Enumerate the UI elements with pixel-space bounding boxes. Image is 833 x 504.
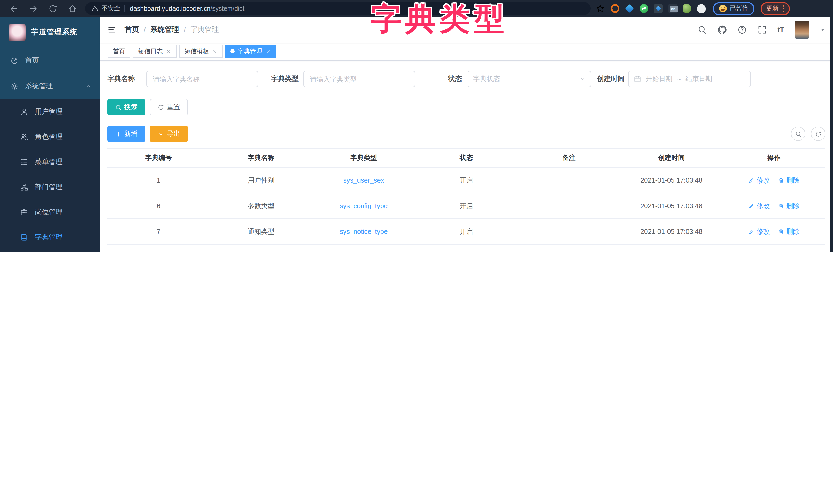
edit-icon (748, 177, 755, 183)
menu-list-icon (20, 158, 28, 166)
extension-paused-badge[interactable]: 已暂停 (713, 2, 755, 15)
refresh-table-button[interactable] (811, 127, 825, 141)
avatar[interactable] (795, 21, 809, 39)
breadcrumb-item[interactable]: 首页 (125, 25, 139, 34)
sidebar-item-post[interactable]: 岗位管理 (0, 199, 100, 225)
page-content: 字典名称 字典类型 状态 字典状态 创建时间 开始日期 ~ 结束日期 (100, 60, 833, 252)
reload-icon[interactable] (48, 4, 57, 13)
ext-gem-icon[interactable] (625, 4, 634, 13)
cell-type: sys_user_sex (312, 168, 415, 193)
tag-短信模板[interactable]: 短信模板 (179, 45, 223, 58)
tag-字典管理[interactable]: 字典管理 (225, 45, 276, 58)
github-icon[interactable] (717, 25, 727, 34)
date-range-picker[interactable]: 开始日期 ~ 结束日期 (628, 71, 751, 87)
ext-leaf-icon[interactable] (683, 4, 691, 13)
delete-link[interactable]: 删除 (778, 201, 800, 210)
kebab-menu-icon[interactable] (783, 5, 784, 12)
add-button[interactable]: 新增 (107, 126, 145, 142)
dict-type-link[interactable]: sys_config_type (340, 202, 387, 210)
edit-link[interactable]: 修改 (748, 201, 770, 210)
home-icon[interactable] (68, 4, 77, 13)
search-icon (115, 104, 122, 110)
hamburger-icon[interactable] (107, 25, 117, 34)
breadcrumb: 首页/系统管理/字典管理 (125, 25, 219, 34)
sidebar: 芋道管理系统 首页系统管理 用户管理角色管理菜单管理部门管理岗位管理字典管理通知… (0, 17, 100, 252)
forward-icon[interactable] (29, 4, 38, 13)
delete-link-label: 删除 (786, 227, 800, 236)
toggle-search-button[interactable] (791, 127, 805, 141)
address-bar[interactable]: 不安全 dashboard.yudao.iocoder.cn/system/di… (85, 2, 591, 15)
app-logo[interactable]: 芋道管理系统 (0, 17, 100, 48)
delete-link[interactable]: 删除 (778, 176, 800, 185)
browser-update-button[interactable]: 更新 (761, 2, 790, 15)
dict-type-link[interactable]: sys_user_sex (343, 176, 384, 184)
ext-green-icon[interactable] (640, 4, 648, 13)
sidebar-item-system[interactable]: 系统管理 (0, 73, 100, 99)
table-row: 7通知类型sys_notice_type开启2021-01-05 17:03:4… (107, 219, 825, 244)
column-header: 创建时间 (620, 148, 723, 168)
extension-on-badge: on (670, 6, 678, 8)
export-button[interactable]: 导出 (150, 126, 188, 142)
close-icon[interactable] (264, 47, 272, 55)
sidebar-item-menu[interactable]: 菜单管理 (0, 149, 100, 174)
sidebar-item-dict[interactable]: 字典管理 (0, 225, 100, 250)
extensions-row: on (611, 4, 706, 13)
sidebar-item-label: 系统管理 (25, 81, 53, 91)
ext-ghost-icon[interactable] (697, 4, 706, 13)
dict-table: 字典编号字典名称字典类型状态备注创建时间操作 1用户性别sys_user_sex… (107, 148, 825, 252)
tag-label: 短信模板 (184, 47, 209, 56)
browser-toolbar: 不安全 dashboard.yudao.iocoder.cn/system/di… (0, 0, 833, 17)
navbar-actions: tT (697, 21, 826, 39)
sidebar-item-dept[interactable]: 部门管理 (0, 174, 100, 199)
dict-type-link[interactable]: sys_notice_type (340, 228, 387, 235)
fullscreen-icon[interactable] (758, 25, 767, 34)
caret-down-icon[interactable] (820, 27, 826, 33)
browser-window: 不安全 dashboard.yudao.iocoder.cn/system/di… (0, 0, 833, 252)
screen-right-edge (830, 0, 833, 252)
ext-ring-icon[interactable] (611, 4, 619, 13)
dict-type-label: 字典类型 (271, 74, 299, 83)
refresh-icon (158, 104, 164, 110)
ext-tile-icon[interactable] (654, 4, 663, 13)
search-button[interactable]: 搜索 (107, 99, 145, 116)
close-icon[interactable] (165, 47, 172, 55)
delete-link-label: 删除 (786, 201, 800, 210)
back-icon[interactable] (9, 4, 19, 13)
column-header: 字典编号 (107, 148, 210, 168)
dict-type-input[interactable] (303, 71, 415, 87)
help-icon[interactable] (738, 25, 747, 34)
dict-name-input[interactable] (146, 71, 258, 87)
sidebar-item-notice[interactable]: 通知公告 (0, 250, 100, 252)
sidebar-item-role[interactable]: 角色管理 (0, 124, 100, 149)
breadcrumb-item: 字典管理 (190, 25, 219, 34)
ext-on-icon[interactable]: on (668, 4, 677, 13)
cell-name: 通知状态 (210, 244, 313, 252)
cell-id: 7 (107, 219, 210, 244)
close-icon[interactable] (211, 47, 219, 55)
bookmark-star-icon[interactable] (596, 4, 604, 13)
edit-link[interactable]: 修改 (748, 176, 770, 185)
delete-link[interactable]: 删除 (778, 227, 800, 236)
tag-label: 短信日志 (138, 47, 163, 56)
cell-created: 2021-01-05 17:03:48 (620, 244, 723, 252)
edit-link[interactable]: 修改 (748, 227, 770, 236)
breadcrumb-item[interactable]: 系统管理 (150, 25, 179, 34)
gear-icon (10, 82, 19, 90)
tags-view: 首页短信日志短信模板字典管理 (100, 43, 833, 60)
status-select[interactable]: 字典状态 (468, 71, 591, 87)
export-button-label: 导出 (167, 129, 180, 138)
cell-status: 开启 (415, 193, 518, 219)
column-header: 字典名称 (210, 148, 313, 168)
search-icon[interactable] (697, 25, 707, 34)
cell-type: sys_notice_status (312, 244, 415, 252)
tag-首页[interactable]: 首页 (108, 45, 130, 58)
column-header: 备注 (518, 148, 620, 168)
sidebar-item-home[interactable]: 首页 (0, 48, 100, 73)
sidebar-item-user[interactable]: 用户管理 (0, 99, 100, 124)
search-button-label: 搜索 (124, 103, 138, 112)
tag-短信日志[interactable]: 短信日志 (133, 45, 176, 58)
font-size-icon[interactable]: tT (778, 26, 784, 33)
reset-button[interactable]: 重置 (150, 99, 188, 116)
cell-actions: 修改删除 (723, 168, 825, 193)
sidebar-item-label: 字典管理 (35, 232, 63, 242)
